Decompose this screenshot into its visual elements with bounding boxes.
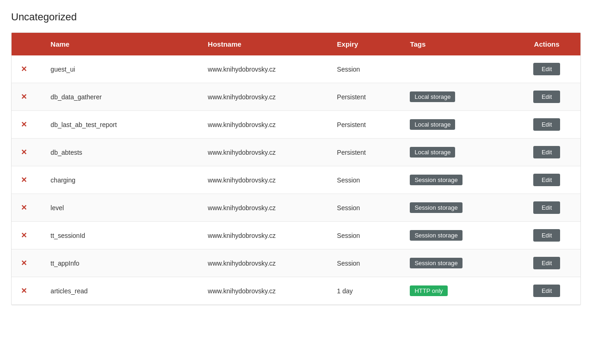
cell-actions: Edit xyxy=(513,166,580,194)
cell-actions: Edit xyxy=(513,139,580,166)
cell-expiry: Session xyxy=(328,55,401,83)
cell-actions: Edit xyxy=(513,194,580,222)
cell-hostname: www.knihydobrovsky.cz xyxy=(198,166,327,194)
table-row: ✕db_data_gathererwww.knihydobrovsky.czPe… xyxy=(12,83,580,111)
tag-badge: Local storage xyxy=(410,119,455,130)
edit-button[interactable]: Edit xyxy=(533,201,560,214)
table-row: ✕articles_readwww.knihydobrovsky.cz1 day… xyxy=(12,277,580,305)
cell-actions: Edit xyxy=(513,83,580,111)
tag-badge: Local storage xyxy=(410,91,455,102)
cell-tags: Local storage xyxy=(401,139,513,166)
tag-badge: Session storage xyxy=(410,258,462,268)
cell-hostname: www.knihydobrovsky.cz xyxy=(198,55,327,83)
tag-badge: Session storage xyxy=(410,175,462,185)
table-header-row: Name Hostname Expiry Tags Actions xyxy=(12,33,580,55)
delete-icon[interactable]: ✕ xyxy=(21,121,27,128)
table-row: ✕tt_appInfowww.knihydobrovsky.czSessionS… xyxy=(12,249,580,277)
edit-button[interactable]: Edit xyxy=(533,174,560,186)
edit-button[interactable]: Edit xyxy=(533,146,560,158)
cell-tags: Session storage xyxy=(401,194,513,222)
cell-actions: Edit xyxy=(513,111,580,139)
col-header-actions: Actions xyxy=(513,33,580,55)
cell-actions: Edit xyxy=(513,55,580,83)
tag-badge: HTTP only xyxy=(410,285,447,296)
cell-name: guest_ui xyxy=(41,55,198,83)
table-row: ✕guest_uiwww.knihydobrovsky.czSessionEdi… xyxy=(12,55,580,83)
table-row: ✕db_abtestswww.knihydobrovsky.czPersiste… xyxy=(12,139,580,166)
edit-button[interactable]: Edit xyxy=(533,229,560,242)
table-row: ✕levelwww.knihydobrovsky.czSessionSessio… xyxy=(12,194,580,222)
cell-hostname: www.knihydobrovsky.cz xyxy=(198,139,327,166)
cell-hostname: www.knihydobrovsky.cz xyxy=(198,111,327,139)
delete-icon[interactable]: ✕ xyxy=(21,93,27,101)
delete-icon[interactable]: ✕ xyxy=(21,65,27,73)
delete-icon[interactable]: ✕ xyxy=(21,287,27,295)
cell-name: db_abtests xyxy=(41,139,198,166)
col-header-expiry: Expiry xyxy=(328,33,401,55)
edit-button[interactable]: Edit xyxy=(533,118,560,131)
cell-expiry: Session xyxy=(328,194,401,222)
cell-name: level xyxy=(41,194,198,222)
col-header-delete xyxy=(12,33,41,55)
cell-expiry: 1 day xyxy=(328,277,401,305)
data-table: Name Hostname Expiry Tags Actions ✕guest… xyxy=(11,32,581,305)
delete-icon[interactable]: ✕ xyxy=(21,148,27,156)
delete-icon[interactable]: ✕ xyxy=(21,259,27,267)
cell-hostname: www.knihydobrovsky.cz xyxy=(198,83,327,111)
cell-actions: Edit xyxy=(513,249,580,277)
col-header-hostname: Hostname xyxy=(198,33,327,55)
cell-expiry: Persistent xyxy=(328,83,401,111)
edit-button[interactable]: Edit xyxy=(533,63,560,75)
table-row: ✕db_last_ab_test_reportwww.knihydobrovsk… xyxy=(12,111,580,139)
tag-badge: Local storage xyxy=(410,147,455,158)
cell-name: charging xyxy=(41,166,198,194)
cell-name: tt_sessionId xyxy=(41,222,198,249)
cell-hostname: www.knihydobrovsky.cz xyxy=(198,249,327,277)
cell-name: articles_read xyxy=(41,277,198,305)
cell-tags: Session storage xyxy=(401,166,513,194)
cell-expiry: Persistent xyxy=(328,111,401,139)
cell-hostname: www.knihydobrovsky.cz xyxy=(198,222,327,249)
table-row: ✕chargingwww.knihydobrovsky.czSessionSes… xyxy=(12,166,580,194)
cell-actions: Edit xyxy=(513,277,580,305)
cell-tags: HTTP only xyxy=(401,277,513,305)
cell-expiry: Session xyxy=(328,166,401,194)
cell-tags: Local storage xyxy=(401,111,513,139)
edit-button[interactable]: Edit xyxy=(533,257,560,269)
cell-expiry: Session xyxy=(328,222,401,249)
cell-expiry: Session xyxy=(328,249,401,277)
cell-name: tt_appInfo xyxy=(41,249,198,277)
cell-tags xyxy=(401,55,513,83)
delete-icon[interactable]: ✕ xyxy=(21,204,27,212)
edit-button[interactable]: Edit xyxy=(533,91,560,103)
cell-tags: Session storage xyxy=(401,222,513,249)
tag-badge: Session storage xyxy=(410,202,462,213)
delete-icon[interactable]: ✕ xyxy=(21,176,27,184)
delete-icon[interactable]: ✕ xyxy=(21,231,27,239)
cell-hostname: www.knihydobrovsky.cz xyxy=(198,277,327,305)
col-header-tags: Tags xyxy=(401,33,513,55)
cell-expiry: Persistent xyxy=(328,139,401,166)
col-header-name: Name xyxy=(41,33,198,55)
table-row: ✕tt_sessionIdwww.knihydobrovsky.czSessio… xyxy=(12,222,580,249)
tag-badge: Session storage xyxy=(410,230,462,241)
cell-hostname: www.knihydobrovsky.cz xyxy=(198,194,327,222)
cell-name: db_last_ab_test_report xyxy=(41,111,198,139)
cell-name: db_data_gatherer xyxy=(41,83,198,111)
page-title: Uncategorized xyxy=(11,11,581,23)
edit-button[interactable]: Edit xyxy=(533,285,560,297)
cell-tags: Local storage xyxy=(401,83,513,111)
cell-tags: Session storage xyxy=(401,249,513,277)
cell-actions: Edit xyxy=(513,222,580,249)
